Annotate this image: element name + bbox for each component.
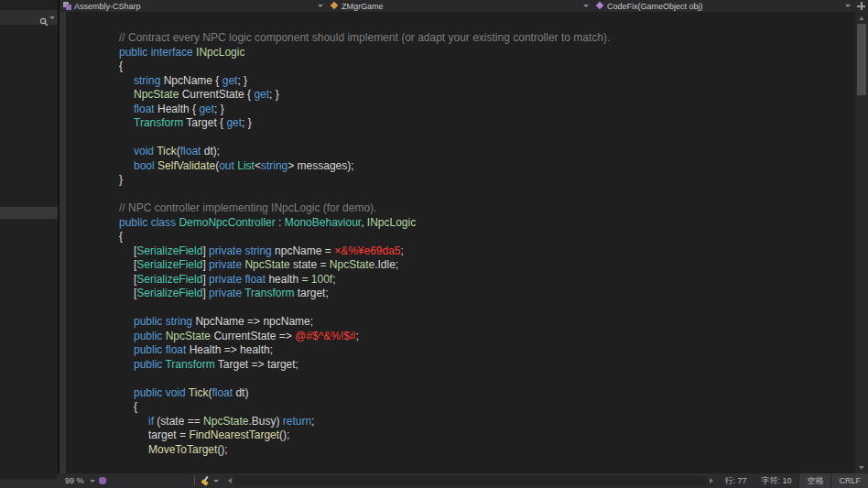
member-dropdown-label: CodeFix(GameObject obj) [607, 2, 703, 11]
code-token: public interface [119, 46, 196, 59]
document-health-icon[interactable] [99, 477, 106, 484]
code-token: string [261, 159, 288, 172]
chevron-down-icon [845, 5, 851, 7]
status-char-number[interactable]: 字符: 10 [754, 473, 798, 488]
method-icon [596, 2, 604, 10]
code-token: get [226, 116, 242, 129]
code-line: if (state == NpcState.Busy) return; [119, 415, 855, 429]
code-token: Tick [157, 145, 177, 157]
code-token: ; [401, 244, 404, 257]
assembly-icon [63, 2, 71, 10]
code-line: public string NpcName => npcName; [119, 315, 855, 330]
code-line [119, 372, 855, 386]
code-token: SerializeField [136, 287, 202, 299]
code-token: // Contract every NPC logic component sh… [119, 31, 610, 44]
sidebar-footer [0, 479, 58, 488]
class-icon [331, 2, 339, 10]
code-token: public void [134, 386, 189, 399]
code-editor[interactable]: // Contract every NPC logic component sh… [66, 12, 855, 473]
project-dropdown[interactable]: Assembly-CSharp [60, 0, 327, 12]
code-token: SelfValidate [157, 159, 215, 172]
code-token: private string [209, 244, 275, 257]
code-token: > messages); [288, 159, 353, 172]
code-token: npcName = [275, 244, 334, 257]
code-line: public void Tick(float dt) [119, 386, 855, 401]
code-area[interactable]: // Contract every NPC logic component sh… [66, 12, 855, 457]
code-token: ; } [237, 74, 247, 87]
horizontal-scrollbar-track[interactable] [234, 476, 708, 485]
code-token: out [219, 159, 237, 172]
code-token: state = [293, 258, 330, 271]
code-token: ; [311, 415, 314, 428]
code-line [119, 131, 855, 146]
horizontal-scrollbar[interactable] [228, 476, 714, 485]
scroll-up-arrow-icon[interactable] [859, 16, 864, 20]
search-options-caret-icon[interactable] [49, 16, 55, 19]
code-token: Transform [165, 358, 217, 371]
code-token: ; } [214, 103, 224, 115]
code-token: Tick [189, 386, 209, 399]
code-token: SerializeField [136, 244, 202, 257]
code-token: CurrentState => [213, 330, 295, 342]
code-token: bool [134, 159, 157, 172]
chevron-down-icon[interactable] [213, 480, 219, 483]
navigation-bar: Assembly-CSharp ZMgrGame CodeFix(GameObj… [60, 0, 868, 12]
code-line: public class DemoNpcController : MonoBeh… [119, 216, 855, 231]
status-line-number[interactable]: 行: 77 [717, 473, 754, 488]
code-line: { [119, 400, 855, 415]
status-eol-toggle[interactable]: CRLF [830, 473, 868, 488]
splitter-icon [857, 2, 865, 10]
code-token: < [255, 159, 261, 172]
code-line: float Health { get; } [119, 103, 855, 117]
editor-status-bar: 99 % 行: 77 字符: 10 空格 CRLF [58, 473, 868, 488]
code-token: Transform [134, 116, 186, 129]
scroll-right-arrow-icon[interactable] [710, 478, 713, 483]
zoom-level: 99 % [65, 476, 84, 485]
project-dropdown-label: Assembly-CSharp [74, 2, 141, 11]
member-dropdown[interactable]: CodeFix(GameObject obj) [592, 0, 854, 12]
code-token: ×&%¥e69da5 [334, 244, 400, 257]
scroll-left-arrow-icon[interactable] [228, 478, 232, 483]
chevron-down-icon [318, 5, 323, 7]
code-token: Target { [186, 116, 226, 129]
vertical-scrollbar-thumb[interactable] [857, 24, 866, 95]
code-line [119, 301, 855, 316]
code-token: dt) [233, 386, 248, 399]
code-token: INpcLogic [196, 46, 244, 59]
code-token: public string [134, 315, 195, 328]
code-token: INpcLogic [367, 216, 416, 229]
code-token: Target => target; [218, 358, 298, 371]
code-token: (); [217, 443, 227, 456]
code-cleanup-broom-icon[interactable] [201, 476, 210, 485]
code-token: { [134, 400, 137, 413]
code-token: Transform [244, 287, 298, 299]
search-input[interactable] [0, 10, 58, 25]
code-line: [SerializeField] private NpcState state … [119, 258, 855, 273]
code-token: public float [134, 343, 190, 356]
split-window-handle[interactable] [854, 0, 868, 12]
code-token: 100f [311, 273, 332, 286]
code-token: private [209, 258, 244, 271]
search-icon[interactable] [39, 14, 48, 22]
status-spaces-toggle[interactable]: 空格 [798, 473, 830, 488]
code-line: public NpcState CurrentState => @#$^&%!$… [119, 330, 855, 344]
code-token: ; [332, 273, 335, 286]
code-token: NpcState [244, 258, 293, 271]
vertical-scrollbar[interactable] [855, 12, 868, 473]
code-token: NpcState [134, 88, 182, 101]
code-token: MoveToTarget [148, 443, 217, 456]
code-token: , [361, 216, 367, 229]
type-dropdown-label: ZMgrGame [342, 2, 384, 11]
sidebar-selected-row[interactable] [0, 207, 58, 219]
code-token: { [119, 230, 123, 243]
type-dropdown[interactable]: ZMgrGame [327, 0, 592, 12]
code-line: MoveToTarget(); [119, 443, 855, 458]
zoom-dropdown[interactable]: 99 % [65, 476, 95, 485]
code-token: (); [279, 428, 289, 441]
code-line: Transform Target { get; } [119, 116, 855, 131]
code-token: private float [209, 273, 268, 286]
sidebar-panel [0, 0, 58, 488]
code-token: float [134, 103, 157, 115]
scroll-down-arrow-icon[interactable] [859, 466, 864, 470]
code-line: string NpcName { get; } [119, 74, 855, 89]
